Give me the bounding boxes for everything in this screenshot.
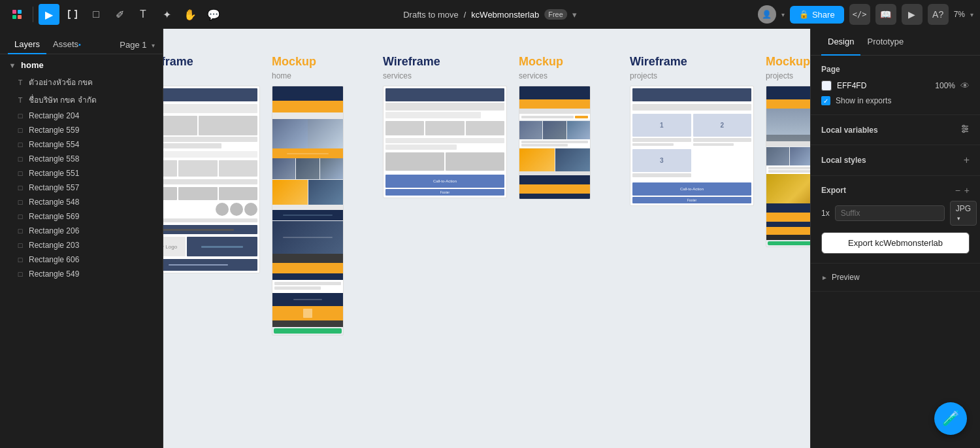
rect-layer-icon: □ <box>16 198 25 206</box>
accessibility-button[interactable]: A? <box>928 4 949 25</box>
page-selector[interactable]: Page 1 ▾ <box>120 39 155 50</box>
local-styles-row: Local styles + <box>821 154 970 166</box>
list-item[interactable]: T ชื่อบริษัท กขค จำกัด <box>0 91 163 109</box>
layer-list: ▼ home T ตัวอย่างหัวข้อ กขค T ชื่อบริษัท… <box>0 54 163 448</box>
mockup-preview-services[interactable] <box>519 86 591 199</box>
preview-row[interactable]: ► Preview <box>821 273 970 282</box>
list-item[interactable]: □ Rectangle 203 <box>0 238 163 252</box>
tab-design[interactable]: Design <box>821 29 860 56</box>
visibility-icon[interactable]: 👁 <box>960 80 970 91</box>
color-value[interactable]: EFF4FD <box>837 81 930 90</box>
zoom-level[interactable]: 7% <box>954 10 965 19</box>
page-group-home: Wireframe home <box>163 55 344 336</box>
export-actions: − + <box>955 185 970 196</box>
export-scale[interactable]: 1x <box>821 209 830 218</box>
layer-root-home[interactable]: ▼ home <box>0 57 163 73</box>
local-variables-section: Local variables <box>811 115 980 145</box>
list-item[interactable]: □ Rectangle 549 <box>0 267 163 281</box>
local-variables-settings-icon[interactable] <box>960 124 970 135</box>
export-button[interactable]: Export kcWebmonsterlab <box>821 232 970 254</box>
wireframe-preview-services[interactable]: Call-to-Action Footer <box>383 86 507 198</box>
share-button[interactable]: 🔒 Share <box>790 6 844 24</box>
mockup-title-projects: Mockup <box>766 55 810 69</box>
wireframe-title-home: Wireframe <box>163 55 260 69</box>
comment-tool-icon[interactable]: 💬 <box>203 4 224 25</box>
page-label-services-mock: services <box>519 71 591 80</box>
show-exports-label: Show in exports <box>836 96 891 105</box>
tab-layers[interactable]: Layers <box>8 35 46 54</box>
flask-button[interactable]: 🧪 <box>934 402 967 435</box>
separator: / <box>464 10 466 20</box>
expand-icon: ▼ <box>8 61 17 69</box>
frame-tool-icon[interactable] <box>62 4 83 25</box>
svg-point-15 <box>963 131 965 133</box>
zoom-chevron[interactable]: ▾ <box>970 11 973 18</box>
component-tool-icon[interactable]: ✦ <box>156 4 177 25</box>
avatar-chevron[interactable]: ▾ <box>781 11 785 18</box>
export-row: 1x JPG ▾ ⋯ <box>821 201 970 226</box>
color-row: EFF4FD 100% 👁 <box>821 80 970 91</box>
export-add-icon[interactable]: + <box>964 185 970 196</box>
list-item[interactable]: □ Rectangle 569 <box>0 209 163 224</box>
rect-layer-icon: □ <box>16 184 25 192</box>
list-item[interactable]: T ตัวอย่างหัวข้อ กขค <box>0 73 163 91</box>
list-item[interactable]: □ Rectangle 551 <box>0 166 163 181</box>
page-label-home-wire: home <box>163 71 260 80</box>
list-item[interactable]: □ Rectangle 548 <box>0 195 163 209</box>
present-button[interactable]: ▶ <box>902 4 923 25</box>
color-swatch[interactable] <box>821 80 832 91</box>
export-section: Export − + 1x JPG ▾ ⋯ Export kcWebmonste… <box>811 176 980 264</box>
list-item[interactable]: □ Rectangle 606 <box>0 252 163 267</box>
move-tool-icon[interactable]: ▶ <box>39 4 59 25</box>
svg-point-11 <box>963 126 965 128</box>
svg-rect-1 <box>18 10 22 14</box>
list-item[interactable]: □ Rectangle 206 <box>0 224 163 238</box>
chevron-down-icon[interactable]: ▾ <box>572 10 577 20</box>
page-group-projects: Wireframe projects 1 <box>630 55 810 247</box>
mockup-preview-projects[interactable] <box>766 86 810 247</box>
list-item[interactable]: □ Rectangle 559 <box>0 123 163 137</box>
text-layer-icon: T <box>16 78 25 86</box>
mockup-col-home: Mockup home <box>272 55 344 336</box>
drafts-label: Drafts to move <box>403 10 459 20</box>
svg-rect-5 <box>74 10 77 11</box>
toolbar-right: 👤 ▾ 🔒 Share </> 📖 ▶ A? 7% ▾ <box>758 4 973 25</box>
project-name[interactable]: kcWebmonsterlab <box>471 10 539 20</box>
preview-section: ► Preview <box>811 264 980 292</box>
right-panel: Design Prototype Page EFF4FD 100% 👁 ✓ Sh… <box>810 29 980 448</box>
tab-assets[interactable]: Assets• <box>46 35 88 54</box>
text-layer-icon: T <box>16 96 25 104</box>
code-view-button[interactable]: </> <box>849 4 870 25</box>
rect-layer-icon: □ <box>16 227 25 235</box>
list-item[interactable]: □ Rectangle 557 <box>0 181 163 195</box>
rect-layer-icon: □ <box>16 112 25 120</box>
page-label-projects-wire: projects <box>630 71 754 80</box>
show-exports-checkbox[interactable]: ✓ <box>821 96 830 105</box>
list-item[interactable]: □ Rectangle 554 <box>0 137 163 152</box>
list-item[interactable]: □ Rectangle 204 <box>0 109 163 123</box>
local-styles-label: Local styles <box>821 156 866 165</box>
canvas-area[interactable]: Wireframe home <box>163 29 810 448</box>
canvas-content: Wireframe home <box>163 55 810 422</box>
local-styles-add-icon[interactable]: + <box>964 154 970 166</box>
export-format-select[interactable]: JPG ▾ <box>950 201 977 226</box>
figma-menu-icon[interactable] <box>7 4 27 25</box>
export-suffix-input[interactable] <box>835 205 945 221</box>
list-item[interactable]: □ Rectangle 558 <box>0 152 163 166</box>
hand-tool-icon[interactable]: ✋ <box>180 4 201 25</box>
wireframe-col-projects: Wireframe projects 1 <box>630 55 754 206</box>
export-remove-icon[interactable]: − <box>955 185 960 196</box>
mockup-preview-home[interactable] <box>272 86 344 336</box>
panel-tabs: Layers Assets• Page 1 ▾ <box>0 29 163 54</box>
book-icon[interactable]: 📖 <box>875 4 896 25</box>
svg-point-13 <box>966 128 968 130</box>
tab-prototype[interactable]: Prototype <box>860 29 910 56</box>
wireframe-preview-home[interactable]: Partner Logo <box>163 86 260 273</box>
rect-layer-icon: □ <box>16 270 25 278</box>
shape-tool-icon[interactable]: □ <box>86 4 106 25</box>
text-tool-icon[interactable]: T <box>133 4 154 25</box>
color-opacity[interactable]: 100% <box>935 81 955 90</box>
wireframe-preview-projects[interactable]: 1 2 <box>630 86 754 206</box>
pen-tool-icon[interactable]: ✐ <box>109 4 130 25</box>
page-label-services-wire: services <box>383 71 507 80</box>
